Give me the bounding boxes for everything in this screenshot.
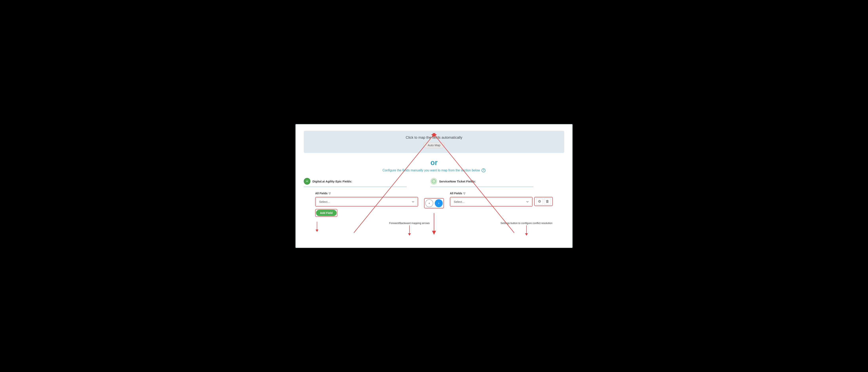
help-icon[interactable]: ? <box>482 168 486 172</box>
trash-icon: 🗑 <box>546 199 549 204</box>
add-field-button[interactable]: Add Field <box>316 210 337 216</box>
center-panel: ‹ › <box>418 192 450 208</box>
or-divider: or <box>304 159 564 167</box>
left-all-fields-label: All Fields ▽ <box>315 192 418 195</box>
configure-label: Configure the fields manually you want t… <box>382 169 480 172</box>
settings-button[interactable]: ⚙ <box>536 198 543 205</box>
main-container: Click to map the fields automatically Au… <box>296 124 572 248</box>
right-header-title: ServiceNow Ticket Fields: <box>439 180 476 183</box>
banner-text: Click to map the fields automatically <box>308 136 560 140</box>
servicenow-logo <box>430 178 437 184</box>
auto-map-button[interactable]: Auto Map <box>423 142 445 148</box>
delete-button[interactable]: 🗑 <box>544 198 551 205</box>
left-select[interactable]: Select... <box>316 198 417 206</box>
arrow-btns-wrapper: ‹ › <box>424 198 444 208</box>
svg-point-2 <box>433 180 435 182</box>
right-controls: Select... ⚙ 🗑 <box>450 197 553 207</box>
right-fields-header: ServiceNow Ticket Fields: <box>430 178 533 187</box>
left-select-wrapper: Select... <box>315 197 418 207</box>
gear-icon: ⚙ <box>538 199 541 204</box>
left-chevron-icon: ‹ <box>429 201 430 205</box>
left-fields-header: Digital.ai Agility Epic Fields: <box>304 178 407 187</box>
left-filter-icon[interactable]: ▽ <box>329 192 331 195</box>
forward-backward-label: Forward/Backward mapping arrows <box>389 222 430 225</box>
right-all-fields-label: All Fields ▽ <box>450 192 553 195</box>
mapping-row: All Fields ▽ Select... Add Field ‹ › <box>304 192 564 217</box>
right-select[interactable]: Select... <box>451 198 532 206</box>
settings-btns-wrapper: ⚙ 🗑 <box>534 197 553 206</box>
left-header-title: Digital.ai Agility Epic Fields: <box>312 180 352 183</box>
backward-arrow-button[interactable]: ‹ <box>425 199 433 207</box>
agility-logo <box>304 178 310 184</box>
configure-text: Configure the fields manually you want t… <box>304 168 564 172</box>
settings-label: Settings button to configure conflict re… <box>500 222 552 225</box>
add-field-btn-wrapper: Add Field <box>315 209 337 217</box>
right-panel: All Fields ▽ Select... ⚙ 🗑 <box>450 192 553 207</box>
forward-arrow-button[interactable]: › <box>435 199 443 207</box>
auto-map-banner: Click to map the fields automatically Au… <box>304 131 564 153</box>
left-panel: All Fields ▽ Select... Add Field <box>315 192 418 217</box>
right-select-wrapper: Select... <box>450 197 533 207</box>
right-filter-icon[interactable]: ▽ <box>463 192 465 195</box>
right-chevron-icon: › <box>438 201 439 205</box>
